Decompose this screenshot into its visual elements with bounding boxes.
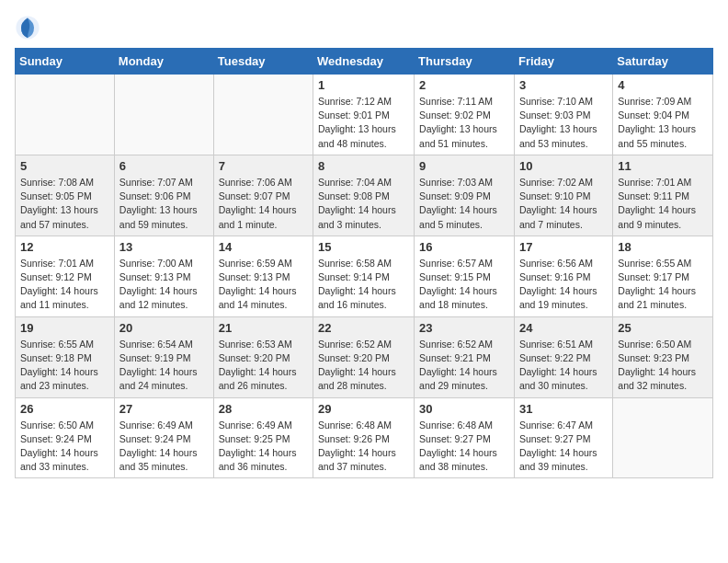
day-number: 5 <box>20 159 109 173</box>
cell-info: Sunrise: 6:49 AMSunset: 9:25 PMDaylight:… <box>219 419 308 475</box>
calendar-cell: 6Sunrise: 7:07 AMSunset: 9:06 PMDaylight… <box>114 155 213 236</box>
day-number: 22 <box>318 321 409 335</box>
day-number: 26 <box>20 402 109 416</box>
day-number: 21 <box>219 321 308 335</box>
day-number: 7 <box>219 159 308 173</box>
header-row: SundayMondayTuesdayWednesdayThursdayFrid… <box>16 49 713 75</box>
cell-info: Sunrise: 7:04 AMSunset: 9:08 PMDaylight:… <box>318 176 409 232</box>
cell-info: Sunrise: 6:50 AMSunset: 9:23 PMDaylight:… <box>618 338 708 394</box>
calendar-cell: 16Sunrise: 6:57 AMSunset: 9:15 PMDayligh… <box>415 236 515 316</box>
cell-info: Sunrise: 7:01 AMSunset: 9:12 PMDaylight:… <box>20 257 109 313</box>
cell-info: Sunrise: 6:47 AMSunset: 9:27 PMDaylight:… <box>519 419 608 475</box>
cell-info: Sunrise: 7:08 AMSunset: 9:05 PMDaylight:… <box>20 176 109 232</box>
day-number: 13 <box>119 240 209 254</box>
cell-info: Sunrise: 6:53 AMSunset: 9:20 PMDaylight:… <box>219 338 308 394</box>
header-cell-monday: Monday <box>114 49 213 75</box>
calendar-cell: 25Sunrise: 6:50 AMSunset: 9:23 PMDayligh… <box>613 316 713 397</box>
calendar-body: 1Sunrise: 7:12 AMSunset: 9:01 PMDaylight… <box>16 75 713 478</box>
calendar-cell: 23Sunrise: 6:52 AMSunset: 9:21 PMDayligh… <box>415 316 515 397</box>
day-number: 25 <box>618 321 708 335</box>
day-number: 12 <box>20 240 109 254</box>
cell-info: Sunrise: 7:10 AMSunset: 9:03 PMDaylight:… <box>519 95 608 151</box>
logo <box>15 15 42 40</box>
calendar-cell: 15Sunrise: 6:58 AMSunset: 9:14 PMDayligh… <box>313 236 415 316</box>
calendar-cell: 24Sunrise: 6:51 AMSunset: 9:22 PMDayligh… <box>514 316 612 397</box>
calendar-week-2: 5Sunrise: 7:08 AMSunset: 9:05 PMDaylight… <box>16 155 713 236</box>
logo-icon <box>15 15 40 40</box>
day-number: 8 <box>318 159 409 173</box>
calendar-table: SundayMondayTuesdayWednesdayThursdayFrid… <box>15 48 713 478</box>
cell-info: Sunrise: 6:48 AMSunset: 9:27 PMDaylight:… <box>419 419 509 475</box>
cell-info: Sunrise: 6:58 AMSunset: 9:14 PMDaylight:… <box>318 257 409 313</box>
calendar-cell <box>16 75 115 155</box>
calendar-cell <box>114 75 213 155</box>
calendar-cell: 27Sunrise: 6:49 AMSunset: 9:24 PMDayligh… <box>114 397 213 478</box>
calendar-cell: 22Sunrise: 6:52 AMSunset: 9:20 PMDayligh… <box>313 316 415 397</box>
cell-info: Sunrise: 6:57 AMSunset: 9:15 PMDaylight:… <box>419 257 509 313</box>
day-number: 30 <box>419 402 509 416</box>
cell-info: Sunrise: 6:55 AMSunset: 9:17 PMDaylight:… <box>618 257 708 313</box>
cell-info: Sunrise: 7:09 AMSunset: 9:04 PMDaylight:… <box>618 95 708 151</box>
cell-info: Sunrise: 6:48 AMSunset: 9:26 PMDaylight:… <box>318 419 409 475</box>
day-number: 23 <box>419 321 509 335</box>
cell-info: Sunrise: 6:56 AMSunset: 9:16 PMDaylight:… <box>519 257 608 313</box>
calendar-cell: 11Sunrise: 7:01 AMSunset: 9:11 PMDayligh… <box>613 155 713 236</box>
header <box>15 15 713 40</box>
day-number: 24 <box>519 321 608 335</box>
header-cell-saturday: Saturday <box>613 49 713 75</box>
day-number: 15 <box>318 240 409 254</box>
calendar-header: SundayMondayTuesdayWednesdayThursdayFrid… <box>16 49 713 75</box>
cell-info: Sunrise: 6:49 AMSunset: 9:24 PMDaylight:… <box>119 419 209 475</box>
day-number: 16 <box>419 240 509 254</box>
day-number: 2 <box>419 78 509 92</box>
calendar-cell: 7Sunrise: 7:06 AMSunset: 9:07 PMDaylight… <box>213 155 313 236</box>
calendar-cell: 13Sunrise: 7:00 AMSunset: 9:13 PMDayligh… <box>114 236 213 316</box>
cell-info: Sunrise: 6:52 AMSunset: 9:20 PMDaylight:… <box>318 338 409 394</box>
calendar-cell: 21Sunrise: 6:53 AMSunset: 9:20 PMDayligh… <box>213 316 313 397</box>
day-number: 3 <box>519 78 608 92</box>
cell-info: Sunrise: 6:50 AMSunset: 9:24 PMDaylight:… <box>20 419 109 475</box>
header-cell-friday: Friday <box>514 49 612 75</box>
calendar-cell: 31Sunrise: 6:47 AMSunset: 9:27 PMDayligh… <box>514 397 612 478</box>
header-cell-wednesday: Wednesday <box>313 49 415 75</box>
day-number: 11 <box>618 159 708 173</box>
calendar-cell: 29Sunrise: 6:48 AMSunset: 9:26 PMDayligh… <box>313 397 415 478</box>
day-number: 14 <box>219 240 308 254</box>
calendar-week-3: 12Sunrise: 7:01 AMSunset: 9:12 PMDayligh… <box>16 236 713 316</box>
day-number: 17 <box>519 240 608 254</box>
calendar-week-4: 19Sunrise: 6:55 AMSunset: 9:18 PMDayligh… <box>16 316 713 397</box>
day-number: 20 <box>119 321 209 335</box>
calendar-cell: 8Sunrise: 7:04 AMSunset: 9:08 PMDaylight… <box>313 155 415 236</box>
calendar-cell: 1Sunrise: 7:12 AMSunset: 9:01 PMDaylight… <box>313 75 415 155</box>
cell-info: Sunrise: 6:59 AMSunset: 9:13 PMDaylight:… <box>219 257 308 313</box>
day-number: 10 <box>519 159 608 173</box>
cell-info: Sunrise: 7:06 AMSunset: 9:07 PMDaylight:… <box>219 176 308 232</box>
cell-info: Sunrise: 7:11 AMSunset: 9:02 PMDaylight:… <box>419 95 509 151</box>
calendar-cell: 19Sunrise: 6:55 AMSunset: 9:18 PMDayligh… <box>16 316 115 397</box>
cell-info: Sunrise: 7:01 AMSunset: 9:11 PMDaylight:… <box>618 176 708 232</box>
cell-info: Sunrise: 7:03 AMSunset: 9:09 PMDaylight:… <box>419 176 509 232</box>
day-number: 18 <box>618 240 708 254</box>
calendar-cell <box>613 397 713 478</box>
calendar-cell: 18Sunrise: 6:55 AMSunset: 9:17 PMDayligh… <box>613 236 713 316</box>
calendar-cell: 30Sunrise: 6:48 AMSunset: 9:27 PMDayligh… <box>415 397 515 478</box>
day-number: 1 <box>318 78 409 92</box>
header-cell-sunday: Sunday <box>16 49 115 75</box>
day-number: 19 <box>20 321 109 335</box>
calendar-cell: 12Sunrise: 7:01 AMSunset: 9:12 PMDayligh… <box>16 236 115 316</box>
calendar-cell: 26Sunrise: 6:50 AMSunset: 9:24 PMDayligh… <box>16 397 115 478</box>
cell-info: Sunrise: 7:02 AMSunset: 9:10 PMDaylight:… <box>519 176 608 232</box>
calendar-cell: 20Sunrise: 6:54 AMSunset: 9:19 PMDayligh… <box>114 316 213 397</box>
calendar-week-5: 26Sunrise: 6:50 AMSunset: 9:24 PMDayligh… <box>16 397 713 478</box>
day-number: 29 <box>318 402 409 416</box>
calendar-cell: 17Sunrise: 6:56 AMSunset: 9:16 PMDayligh… <box>514 236 612 316</box>
cell-info: Sunrise: 7:00 AMSunset: 9:13 PMDaylight:… <box>119 257 209 313</box>
calendar-cell <box>213 75 313 155</box>
header-cell-tuesday: Tuesday <box>213 49 313 75</box>
day-number: 31 <box>519 402 608 416</box>
cell-info: Sunrise: 7:07 AMSunset: 9:06 PMDaylight:… <box>119 176 209 232</box>
day-number: 4 <box>618 78 708 92</box>
cell-info: Sunrise: 6:51 AMSunset: 9:22 PMDaylight:… <box>519 338 608 394</box>
calendar-cell: 3Sunrise: 7:10 AMSunset: 9:03 PMDaylight… <box>514 75 612 155</box>
cell-info: Sunrise: 6:54 AMSunset: 9:19 PMDaylight:… <box>119 338 209 394</box>
